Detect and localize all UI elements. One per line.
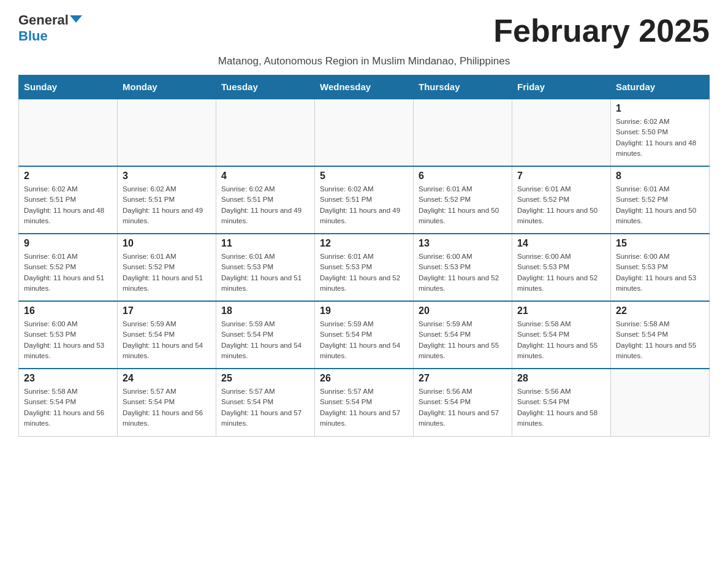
day-info: Sunrise: 6:00 AMSunset: 5:53 PMDaylight:…	[517, 251, 605, 294]
logo: General Blue	[18, 12, 82, 44]
weekday-header-wednesday: Wednesday	[315, 75, 414, 99]
day-number: 11	[221, 238, 309, 249]
calendar-cell: 10Sunrise: 6:01 AMSunset: 5:52 PMDayligh…	[118, 234, 216, 301]
day-info: Sunrise: 6:01 AMSunset: 5:52 PMDaylight:…	[616, 184, 704, 226]
calendar-cell: 18Sunrise: 5:59 AMSunset: 5:54 PMDayligh…	[216, 301, 315, 369]
day-number: 8	[616, 170, 704, 182]
day-info: Sunrise: 6:01 AMSunset: 5:52 PMDaylight:…	[517, 184, 605, 226]
day-number: 12	[320, 238, 408, 249]
day-number: 15	[616, 238, 704, 249]
calendar-cell: 21Sunrise: 5:58 AMSunset: 5:54 PMDayligh…	[512, 301, 611, 369]
weekday-header-thursday: Thursday	[414, 75, 512, 99]
day-info: Sunrise: 6:02 AMSunset: 5:51 PMDaylight:…	[24, 184, 112, 226]
page-header: General Blue February 2025	[18, 12, 710, 49]
location-subtitle: Matanog, Autonomous Region in Muslim Min…	[18, 55, 710, 67]
calendar-cell	[512, 99, 611, 166]
week-row-1: 1Sunrise: 6:02 AMSunset: 5:50 PMDaylight…	[19, 99, 710, 166]
calendar-cell: 22Sunrise: 5:58 AMSunset: 5:54 PMDayligh…	[611, 301, 710, 369]
logo-arrow-icon	[70, 15, 82, 23]
weekday-header-saturday: Saturday	[611, 75, 710, 99]
day-number: 10	[123, 238, 211, 249]
month-title: February 2025	[493, 12, 710, 49]
calendar-cell: 7Sunrise: 6:01 AMSunset: 5:52 PMDaylight…	[512, 166, 611, 234]
day-number: 25	[221, 373, 309, 384]
day-info: Sunrise: 6:01 AMSunset: 5:53 PMDaylight:…	[221, 251, 309, 294]
weekday-header-tuesday: Tuesday	[216, 75, 315, 99]
calendar-cell: 28Sunrise: 5:56 AMSunset: 5:54 PMDayligh…	[512, 369, 611, 436]
day-number: 3	[123, 170, 211, 182]
week-row-4: 16Sunrise: 6:00 AMSunset: 5:53 PMDayligh…	[19, 301, 710, 369]
day-info: Sunrise: 6:02 AMSunset: 5:50 PMDaylight:…	[616, 117, 704, 159]
day-number: 19	[320, 305, 408, 316]
day-info: Sunrise: 5:56 AMSunset: 5:54 PMDaylight:…	[419, 386, 507, 429]
calendar-cell	[315, 99, 414, 166]
day-info: Sunrise: 5:57 AMSunset: 5:54 PMDaylight:…	[123, 386, 211, 429]
calendar-cell: 4Sunrise: 6:02 AMSunset: 5:51 PMDaylight…	[216, 166, 315, 234]
calendar-cell: 1Sunrise: 6:02 AMSunset: 5:50 PMDaylight…	[611, 99, 710, 166]
calendar-cell: 24Sunrise: 5:57 AMSunset: 5:54 PMDayligh…	[118, 369, 216, 436]
calendar-cell: 14Sunrise: 6:00 AMSunset: 5:53 PMDayligh…	[512, 234, 611, 301]
day-number: 5	[320, 170, 408, 182]
calendar-table: SundayMondayTuesdayWednesdayThursdayFrid…	[18, 75, 710, 437]
day-number: 27	[419, 373, 507, 384]
day-info: Sunrise: 6:01 AMSunset: 5:53 PMDaylight:…	[320, 251, 408, 294]
calendar-cell: 3Sunrise: 6:02 AMSunset: 5:51 PMDaylight…	[118, 166, 216, 234]
calendar-cell: 27Sunrise: 5:56 AMSunset: 5:54 PMDayligh…	[414, 369, 512, 436]
day-info: Sunrise: 6:02 AMSunset: 5:51 PMDaylight:…	[221, 184, 309, 226]
calendar-cell	[118, 99, 216, 166]
day-number: 17	[123, 305, 211, 316]
day-number: 2	[24, 170, 112, 182]
day-number: 18	[221, 305, 309, 316]
day-number: 14	[517, 238, 605, 249]
day-info: Sunrise: 6:01 AMSunset: 5:52 PMDaylight:…	[419, 184, 507, 226]
day-number: 26	[320, 373, 408, 384]
calendar-cell	[19, 99, 118, 166]
day-number: 4	[221, 170, 309, 182]
day-info: Sunrise: 5:59 AMSunset: 5:54 PMDaylight:…	[320, 319, 408, 361]
day-info: Sunrise: 5:59 AMSunset: 5:54 PMDaylight:…	[123, 319, 211, 361]
day-info: Sunrise: 5:57 AMSunset: 5:54 PMDaylight:…	[320, 386, 408, 429]
day-number: 7	[517, 170, 605, 182]
week-row-3: 9Sunrise: 6:01 AMSunset: 5:52 PMDaylight…	[19, 234, 710, 301]
calendar-cell: 26Sunrise: 5:57 AMSunset: 5:54 PMDayligh…	[315, 369, 414, 436]
day-info: Sunrise: 6:01 AMSunset: 5:52 PMDaylight:…	[24, 251, 112, 294]
day-info: Sunrise: 5:56 AMSunset: 5:54 PMDaylight:…	[517, 386, 605, 429]
day-number: 9	[24, 238, 112, 249]
day-info: Sunrise: 6:00 AMSunset: 5:53 PMDaylight:…	[419, 251, 507, 294]
day-info: Sunrise: 6:02 AMSunset: 5:51 PMDaylight:…	[320, 184, 408, 226]
calendar-body: 1Sunrise: 6:02 AMSunset: 5:50 PMDaylight…	[19, 99, 710, 436]
day-info: Sunrise: 6:00 AMSunset: 5:53 PMDaylight:…	[616, 251, 704, 294]
day-number: 13	[419, 238, 507, 249]
day-number: 20	[419, 305, 507, 316]
calendar-cell: 5Sunrise: 6:02 AMSunset: 5:51 PMDaylight…	[315, 166, 414, 234]
calendar-cell: 11Sunrise: 6:01 AMSunset: 5:53 PMDayligh…	[216, 234, 315, 301]
week-row-2: 2Sunrise: 6:02 AMSunset: 5:51 PMDaylight…	[19, 166, 710, 234]
day-info: Sunrise: 5:58 AMSunset: 5:54 PMDaylight:…	[24, 386, 112, 429]
day-number: 23	[24, 373, 112, 384]
day-info: Sunrise: 6:01 AMSunset: 5:52 PMDaylight:…	[123, 251, 211, 294]
calendar-cell: 19Sunrise: 5:59 AMSunset: 5:54 PMDayligh…	[315, 301, 414, 369]
calendar-cell	[414, 99, 512, 166]
week-row-5: 23Sunrise: 5:58 AMSunset: 5:54 PMDayligh…	[19, 369, 710, 436]
calendar-cell: 20Sunrise: 5:59 AMSunset: 5:54 PMDayligh…	[414, 301, 512, 369]
calendar-cell: 15Sunrise: 6:00 AMSunset: 5:53 PMDayligh…	[611, 234, 710, 301]
calendar-header: SundayMondayTuesdayWednesdayThursdayFrid…	[19, 75, 710, 99]
weekday-header-sunday: Sunday	[19, 75, 118, 99]
calendar-cell: 9Sunrise: 6:01 AMSunset: 5:52 PMDaylight…	[19, 234, 118, 301]
day-number: 21	[517, 305, 605, 316]
weekday-header-friday: Friday	[512, 75, 611, 99]
calendar-cell: 6Sunrise: 6:01 AMSunset: 5:52 PMDaylight…	[414, 166, 512, 234]
day-number: 6	[419, 170, 507, 182]
logo-blue-text: Blue	[18, 28, 48, 44]
day-info: Sunrise: 6:00 AMSunset: 5:53 PMDaylight:…	[24, 319, 112, 361]
calendar-cell	[611, 369, 710, 436]
day-number: 1	[616, 103, 704, 114]
logo-general-text: General	[18, 12, 69, 28]
calendar-cell	[216, 99, 315, 166]
day-number: 24	[123, 373, 211, 384]
calendar-cell: 2Sunrise: 6:02 AMSunset: 5:51 PMDaylight…	[19, 166, 118, 234]
day-info: Sunrise: 5:59 AMSunset: 5:54 PMDaylight:…	[221, 319, 309, 361]
calendar-cell: 23Sunrise: 5:58 AMSunset: 5:54 PMDayligh…	[19, 369, 118, 436]
calendar-cell: 17Sunrise: 5:59 AMSunset: 5:54 PMDayligh…	[118, 301, 216, 369]
day-info: Sunrise: 5:58 AMSunset: 5:54 PMDaylight:…	[517, 319, 605, 361]
